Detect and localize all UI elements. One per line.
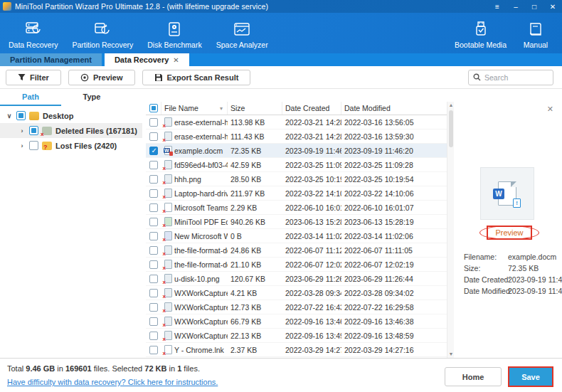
tree-checkbox[interactable]: [29, 141, 38, 150]
table-row[interactable]: the-file-format-does... 24.86 KB 2022-06…: [146, 243, 447, 258]
tree-item-lost[interactable]: › Lost Files (2420): [0, 138, 142, 153]
expand-arrow-icon[interactable]: ›: [18, 127, 26, 134]
space-analyzer-tool[interactable]: Space Analyzer: [209, 18, 275, 53]
home-button[interactable]: Home: [445, 367, 502, 386]
table-row[interactable]: erase-external-hard-... 113.98 KB 2022-0…: [146, 115, 447, 129]
table-row[interactable]: Y - Chrome.lnk 2.37 KB 2022-03-29 14:27:…: [146, 343, 447, 357]
bootable-media-tool[interactable]: Bootable Media: [447, 18, 514, 53]
cell-date-created: 2022-03-28 09:34:02: [282, 289, 341, 297]
tree-checkbox[interactable]: [29, 126, 38, 135]
tool-label: Partition Recovery: [72, 41, 133, 49]
table-row[interactable]: Laptop-hard-drive-e... 211.97 KB 2022-03…: [146, 186, 447, 201]
column-header-date-created[interactable]: Date Created: [282, 102, 341, 115]
manual-tool[interactable]: Manual: [514, 18, 558, 53]
cell-date-created: 2022-03-22 14:10:06: [282, 189, 341, 198]
status-segment: 169601: [65, 364, 92, 373]
search-input[interactable]: [484, 73, 546, 82]
row-checkbox[interactable]: [149, 147, 158, 155]
cell-date-created: 2022-09-16 13:46:41: [282, 317, 341, 326]
tab-close-icon[interactable]: ✕: [173, 56, 179, 64]
cell-date-created: 2023-06-13 15:28:19: [282, 218, 341, 226]
cell-file-name: hhh.png: [174, 175, 228, 184]
help-link[interactable]: Have difficulty with data recovery? Clic…: [7, 378, 218, 386]
row-checkbox[interactable]: [149, 260, 158, 269]
tree-item-deleted[interactable]: › Deleted Files (167181): [0, 123, 142, 138]
table-row[interactable]: New Microsoft Wor... 0 B 2022-03-14 11:0…: [146, 229, 447, 243]
row-checkbox[interactable]: [149, 232, 158, 240]
table-row[interactable]: u-disk-10.png 120.67 KB 2023-06-29 11:26…: [146, 272, 447, 286]
save-button[interactable]: Save: [508, 366, 553, 387]
table-row[interactable]: Microsoft Teams.lnk 2.29 KB 2022-06-10 1…: [146, 201, 447, 215]
expand-arrow-icon[interactable]: ›: [18, 142, 26, 149]
size-header-label: Size: [230, 104, 245, 112]
table-row[interactable]: fd596ed4-bf03-4ecb... 42.59 KB 2022-03-2…: [146, 158, 447, 172]
disk-benchmark-tool[interactable]: Disk Benchmark: [140, 18, 208, 53]
cell-file-name: WXWorkCapture_16...: [174, 303, 228, 312]
scrollbar-thumb[interactable]: [449, 110, 453, 147]
file-type-icon: [164, 117, 172, 127]
row-checkbox[interactable]: [149, 275, 158, 283]
sidebar-tab-type[interactable]: Type: [61, 89, 122, 106]
cell-date-modified: 2022-03-25 11:09:28: [341, 161, 441, 169]
scrollbar-down-arrow[interactable]: ▼: [447, 351, 455, 358]
tool-label: Manual: [524, 41, 548, 49]
cell-date-modified: 2022-03-22 14:10:06: [341, 189, 441, 198]
menu-button[interactable]: ≡: [488, 0, 507, 13]
detail-row: Date Created: 2023-09-19 11:46:20: [464, 274, 562, 285]
tree-checkbox[interactable]: [16, 111, 26, 120]
row-checkbox[interactable]: [149, 189, 158, 198]
row-checkbox[interactable]: [149, 218, 158, 226]
row-checkbox[interactable]: [149, 203, 158, 212]
file-type-icon: [164, 317, 172, 326]
deleted-icon: [42, 127, 52, 135]
row-checkbox[interactable]: [149, 132, 158, 141]
lost-icon: [42, 142, 52, 150]
minimize-button[interactable]: –: [507, 0, 525, 13]
partition-recovery-tool[interactable]: Partition Recovery: [65, 18, 140, 53]
cell-size: 2.29 KB: [228, 203, 282, 212]
column-header-date-modified[interactable]: Date Modified: [341, 102, 447, 115]
table-row[interactable]: the-file-format-does... 21.10 KB 2022-06…: [146, 258, 447, 272]
row-checkbox[interactable]: [149, 246, 158, 255]
close-button[interactable]: ✕: [544, 0, 562, 13]
app-logo-icon: [3, 2, 11, 11]
maximize-button[interactable]: □: [525, 0, 544, 13]
column-header-file-name[interactable]: File Name ▾: [161, 102, 228, 115]
scrollbar-up-arrow[interactable]: ▲: [447, 102, 455, 109]
column-header-size[interactable]: Size: [228, 102, 282, 115]
file-type-icon: [164, 217, 172, 226]
file-type-icon: [164, 331, 172, 340]
table-row[interactable]: WXWorkCapture_16... 4.21 KB 2022-03-28 0…: [146, 286, 447, 300]
table-row[interactable]: WXWorkCapture_16... 12.73 KB 2022-07-22 …: [146, 300, 447, 314]
table-row[interactable]: WXWorkCapture_16... 66.79 KB 2022-09-16 …: [146, 314, 447, 329]
export-scan-result-button[interactable]: Export Scan Result: [142, 70, 251, 85]
row-checkbox[interactable]: [149, 289, 158, 297]
row-checkbox[interactable]: [149, 118, 158, 127]
row-checkbox[interactable]: [149, 332, 158, 340]
table-row[interactable]: MiniTool PDF Editor ... 940.26 KB 2023-0…: [146, 215, 447, 229]
table-row[interactable]: erase-external-hard-... 111.43 KB 2022-0…: [146, 129, 447, 144]
preview-close-icon[interactable]: ✕: [547, 105, 553, 114]
status-segment: in: [55, 364, 65, 373]
data-recovery-tool[interactable]: Data Recovery: [1, 18, 65, 53]
tab-data-recovery[interactable]: Data Recovery✕: [105, 53, 189, 66]
table-scrollbar[interactable]: ▲ ▼: [447, 102, 454, 358]
preview-button[interactable]: Preview: [68, 70, 135, 85]
row-checkbox[interactable]: [149, 346, 158, 354]
expand-arrow-icon[interactable]: ∨: [6, 112, 13, 120]
row-checkbox[interactable]: [149, 303, 158, 312]
sidebar-tab-path[interactable]: Path: [0, 89, 61, 106]
status-segment: in: [166, 364, 177, 373]
table-row[interactable]: example.docm 72.35 KB 2023-09-19 11:46:2…: [146, 144, 447, 158]
row-checkbox[interactable]: [149, 317, 158, 326]
tab-partition-management[interactable]: Partition Management: [0, 53, 102, 66]
row-checkbox[interactable]: [149, 175, 158, 184]
row-checkbox[interactable]: [149, 161, 158, 169]
table-row[interactable]: hhh.png 28.50 KB 2022-03-25 10:19:54 202…: [146, 172, 447, 186]
table-row[interactable]: WXWorkCapture_16... 22.13 KB 2022-09-16 …: [146, 329, 447, 343]
cell-date-modified: 2022-09-16 13:46:38: [341, 317, 441, 326]
cell-date-modified: 2022-03-16 13:56:05: [341, 118, 441, 127]
tree-item-desktop[interactable]: ∨ Desktop: [0, 108, 142, 123]
select-all-checkbox[interactable]: [146, 102, 161, 115]
filter-button[interactable]: Filter: [6, 70, 61, 85]
